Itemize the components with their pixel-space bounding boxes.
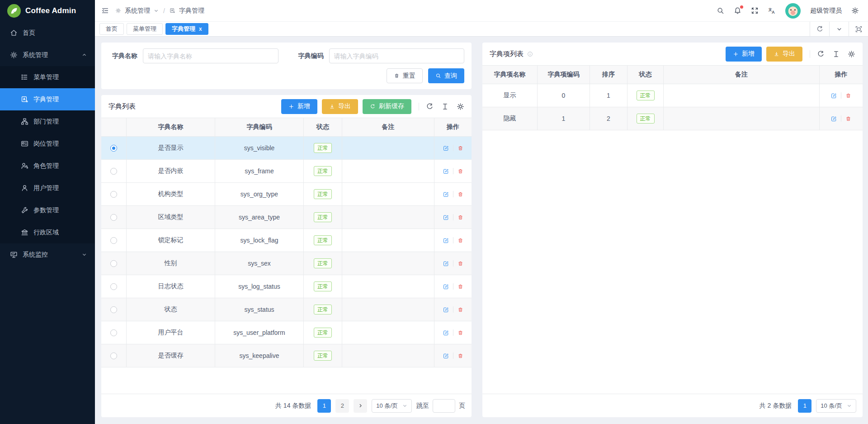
page-button-2[interactable]: 2 [335,399,349,413]
row-radio[interactable] [110,283,117,290]
sidebar-item-menu-mgmt[interactable]: 菜单管理 [0,66,95,88]
table-density-button[interactable] [832,50,840,58]
row-radio[interactable] [110,168,117,175]
status-badge: 正常 [314,258,332,268]
row-radio[interactable] [110,237,117,244]
avatar[interactable] [785,3,801,19]
export-dict-items-button[interactable]: 导出 [766,47,802,62]
edit-button[interactable] [443,191,449,197]
edit-button[interactable] [443,330,449,336]
edit-button[interactable] [443,261,449,267]
table-refresh-button[interactable] [817,50,825,58]
edit-button[interactable] [443,214,449,220]
row-radio[interactable] [110,145,117,152]
edit-button[interactable] [443,353,449,359]
content-fullscreen-button[interactable] [849,22,868,36]
edit-button[interactable] [443,284,449,290]
delete-button[interactable] [458,261,463,267]
add-dict-button[interactable]: 新增 [281,99,317,114]
table-row[interactable]: 是否显示 sys_visible 正常 [101,137,472,160]
table-row[interactable]: 性别 sys_sex 正常 [101,252,472,275]
table-row[interactable]: 是否内嵌 sys_frame 正常 [101,160,472,183]
table-row[interactable]: 日志状态 sys_log_status 正常 [101,275,472,298]
next-page-button[interactable] [354,399,367,413]
edit-button[interactable] [443,145,449,151]
sidebar-item-system[interactable]: 系统管理 [0,44,95,66]
tab-list-dropdown[interactable] [829,22,849,36]
sidebar-item-role-mgmt[interactable]: 角色管理 [0,155,95,177]
table-row[interactable]: 显示 0 1 正常 [482,84,863,107]
delete-button[interactable] [458,214,463,220]
reset-button[interactable]: 重置 [387,68,423,83]
delete-button[interactable] [845,116,851,122]
dict-code-input[interactable] [329,48,465,63]
sidebar-item-dept-mgmt[interactable]: 部门管理 [0,110,95,133]
sidebar-item-user-mgmt[interactable]: 用户管理 [0,177,95,199]
table-row[interactable]: 用户平台 sys_user_platform 正常 [101,321,472,344]
sidebar-item-post-mgmt[interactable]: 岗位管理 [0,133,95,155]
table-row[interactable]: 锁定标记 sys_lock_flag 正常 [101,229,472,252]
sidebar-item-param-mgmt[interactable]: 参数管理 [0,199,95,221]
edit-button[interactable] [831,116,837,122]
sidebar-item-home[interactable]: 首页 [0,22,95,44]
edit-button[interactable] [443,168,449,174]
tab-menu-mgmt[interactable]: 菜单管理 [127,23,163,35]
language-button[interactable]: 文A [768,7,776,14]
edit-button[interactable] [443,238,449,243]
table-refresh-button[interactable] [426,103,434,110]
delete-button[interactable] [458,307,463,313]
tab-dict-mgmt[interactable]: 字典管理 x [165,23,208,35]
table-settings-button[interactable] [848,50,855,58]
breadcrumb: 系统管理 / 字典管理 [115,7,204,15]
page-button-1[interactable]: 1 [317,399,331,413]
jump-to-input[interactable] [433,399,455,413]
page-size-select[interactable]: 10 条/页 [816,399,856,413]
dict-name-input[interactable] [143,48,278,63]
refresh-cache-button[interactable]: 刷新缓存 [363,99,411,114]
row-radio[interactable] [110,214,117,221]
status-badge: 正常 [637,114,655,124]
search-button[interactable] [717,7,724,14]
delete-button[interactable] [458,191,463,197]
breadcrumb-level1[interactable]: 系统管理 [125,7,150,15]
table-row[interactable]: 机构类型 sys_org_type 正常 [101,183,472,206]
dict-items-panel: 字典项列表 新增 导出 [482,43,863,417]
table-settings-button[interactable] [457,103,464,110]
row-radio[interactable] [110,353,117,359]
sidebar-item-dict-mgmt[interactable]: 字典管理 [0,88,95,110]
delete-button[interactable] [458,168,463,174]
export-dict-button[interactable]: 导出 [322,99,358,114]
table-density-button[interactable] [441,103,449,110]
close-tab-icon[interactable]: x [199,26,202,32]
username[interactable]: 超级管理员 [810,7,842,15]
fullscreen-button[interactable] [751,7,759,14]
page-button-1[interactable]: 1 [798,399,811,413]
sidebar-item-admin-region[interactable]: 行政区域 [0,221,95,243]
edit-button[interactable] [831,93,837,99]
delete-button[interactable] [458,284,463,290]
settings-button[interactable] [851,7,859,14]
sidebar-item-sys-monitor[interactable]: 系统监控 [0,243,95,266]
row-radio[interactable] [110,306,117,313]
row-radio[interactable] [110,260,117,267]
page-size-select[interactable]: 10 条/页 [372,399,412,413]
add-dict-item-button[interactable]: 新增 [726,47,762,62]
text-height-icon [441,103,449,110]
refresh-tab-button[interactable] [810,22,829,36]
delete-button[interactable] [458,145,463,151]
table-row[interactable]: 隐藏 1 2 正常 [482,107,863,130]
collapse-sidebar-button[interactable] [101,7,109,14]
tab-home[interactable]: 首页 [99,23,124,35]
delete-button[interactable] [458,238,463,243]
notifications-button[interactable] [734,7,741,14]
table-row[interactable]: 区域类型 sys_area_type 正常 [101,206,472,229]
delete-button[interactable] [458,353,463,359]
delete-button[interactable] [845,93,851,99]
table-row[interactable]: 是否缓存 sys_keepalive 正常 [101,344,472,367]
row-radio[interactable] [110,329,117,336]
table-row[interactable]: 状态 sys_status 正常 [101,298,472,321]
edit-button[interactable] [443,307,449,313]
row-radio[interactable] [110,191,117,198]
delete-button[interactable] [458,330,463,336]
query-button[interactable]: 查询 [428,68,464,83]
